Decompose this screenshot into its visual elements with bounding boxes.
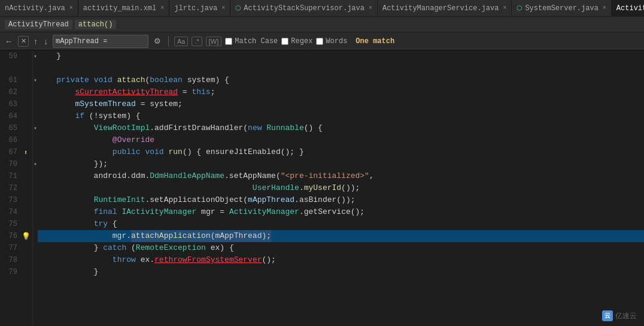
code-token xyxy=(38,206,94,218)
code-token: new xyxy=(248,122,262,134)
close-icon[interactable]: × xyxy=(221,5,225,11)
code-line: } xyxy=(38,266,644,278)
gutter-row: 61▾ xyxy=(0,74,32,86)
tab-activity-manager-service[interactable]: ActivityManagerService.java × xyxy=(378,0,512,17)
line-number: 77 xyxy=(0,244,21,252)
gutter-row xyxy=(0,62,32,74)
gutter-row: 73 xyxy=(0,194,32,206)
breadcrumb-bar: ActivityThread attach() xyxy=(0,17,644,32)
match-case-option[interactable]: Match Case xyxy=(225,37,278,46)
search-up-button[interactable]: ↑ xyxy=(32,37,39,46)
code-token: boolean xyxy=(150,74,183,86)
code-token xyxy=(38,134,113,146)
gutter-row: 59▾ xyxy=(0,50,32,62)
whole-word-toggle-icon[interactable]: [W] xyxy=(206,37,222,46)
close-icon[interactable]: × xyxy=(603,5,606,11)
tab-system-server[interactable]: ⬡ SystemServer.java × xyxy=(512,0,611,17)
search-down-button[interactable]: ↓ xyxy=(42,37,49,46)
code-token xyxy=(38,74,56,86)
code-token: , xyxy=(369,170,374,182)
gutter-row: 79 xyxy=(0,266,32,278)
regex-toggle-icon[interactable]: .* xyxy=(192,37,202,46)
match-case-label: Match Case xyxy=(235,37,278,46)
code-token: } xyxy=(94,242,104,254)
code-token: attach xyxy=(117,74,145,86)
code-line: if (!system) { xyxy=(38,110,644,122)
gutter-row: 65▾ xyxy=(0,122,32,134)
line-number: 63 xyxy=(0,100,21,108)
line-number: 67 xyxy=(0,148,21,156)
code-line: private void attach(boolean system) { xyxy=(38,74,644,86)
code-token: () { xyxy=(304,122,323,134)
code-line: android.ddm.DdmHandleAppName.setAppName(… xyxy=(38,170,644,182)
code-token xyxy=(38,86,75,98)
tab-label: jlrtc.java xyxy=(174,4,217,13)
code-token: () { ensureJitEnabled(); } xyxy=(183,146,304,158)
code-token xyxy=(38,146,113,158)
tab-icon: ⬡ xyxy=(235,4,241,12)
breadcrumb-method[interactable]: attach() xyxy=(75,20,117,29)
search-input[interactable] xyxy=(56,37,139,46)
code-token xyxy=(117,206,122,218)
code-token: this xyxy=(192,86,210,98)
search-prev-button[interactable]: ← xyxy=(4,37,14,46)
tab-label: ActivityThread.java xyxy=(616,4,644,13)
gutter-row: 75 xyxy=(0,218,32,230)
line-number: 76 xyxy=(0,232,21,240)
code-token xyxy=(113,74,117,86)
match-case-toggle-icon[interactable]: Aa xyxy=(174,37,188,46)
code-token: .getService(); xyxy=(299,206,364,218)
regex-checkbox[interactable] xyxy=(281,38,288,45)
regex-option[interactable]: Regex xyxy=(281,37,312,46)
gutter-row: 70▾ xyxy=(0,158,32,170)
code-token xyxy=(38,158,94,170)
code-token xyxy=(164,146,169,158)
match-case-checkbox[interactable] xyxy=(225,38,232,45)
line-number: 64 xyxy=(0,112,21,120)
code-token: run xyxy=(168,146,182,158)
code-token: DdmHandleAppName xyxy=(150,170,224,182)
search-close-button[interactable]: ✕ xyxy=(18,36,29,47)
code-line: final IActivityManager mgr = ActivityMan… xyxy=(38,206,644,218)
close-icon[interactable]: × xyxy=(369,5,372,11)
tab-label: activity_main.xml xyxy=(83,4,156,13)
code-token: mAppThread xyxy=(248,194,294,206)
watermark-text: 亿速云 xyxy=(615,311,637,321)
line-number: 75 xyxy=(0,220,21,228)
code-token: .asBinder()); xyxy=(294,194,355,206)
code-line: mSystemThread = system; xyxy=(38,98,644,110)
tab-nactivity[interactable]: nActivity.java × xyxy=(0,0,78,17)
code-token: ActivityManager xyxy=(229,206,299,218)
code-line: sCurrentActivityThread = this; xyxy=(38,86,644,98)
line-number: 70 xyxy=(0,160,21,168)
code-token xyxy=(38,98,75,110)
tab-activity-stack-supervisor[interactable]: ⬡ ActivityStackSupervisor.java × xyxy=(230,0,378,17)
tab-activity-main-xml[interactable]: activity_main.xml × xyxy=(78,0,169,17)
line-number: 61 xyxy=(0,76,21,84)
close-icon[interactable]: × xyxy=(69,5,73,11)
code-line: }); xyxy=(38,158,644,170)
gutter-row: 66 xyxy=(0,134,32,146)
code-editor[interactable]: } private void attach(boolean system) { … xyxy=(33,50,644,326)
code-line xyxy=(38,62,644,74)
tab-activity-thread[interactable]: ActivityThread.java × xyxy=(612,0,644,17)
close-icon[interactable]: × xyxy=(160,5,164,11)
code-token: } xyxy=(38,50,61,62)
code-token: public xyxy=(113,146,141,158)
tab-jlrtc[interactable]: jlrtc.java × xyxy=(169,0,230,17)
gutter-row: 62 xyxy=(0,86,32,98)
code-token: void xyxy=(94,74,113,86)
words-checkbox[interactable] xyxy=(316,38,323,45)
words-option[interactable]: Words xyxy=(316,37,347,46)
code-line: } catch (RemoteException ex) { xyxy=(38,242,644,254)
search-settings-icon[interactable]: ⚙ xyxy=(152,37,163,46)
code-token: ( xyxy=(145,74,150,86)
close-icon[interactable]: × xyxy=(503,5,506,11)
code-token: ex) { xyxy=(206,242,234,254)
code-token: . xyxy=(299,182,304,194)
code-token: throw xyxy=(113,254,136,266)
bulb-icon: 💡 xyxy=(21,232,31,241)
breadcrumb-class[interactable]: ActivityThread xyxy=(5,20,72,29)
code-token: }); xyxy=(94,158,108,170)
code-token xyxy=(89,74,94,86)
